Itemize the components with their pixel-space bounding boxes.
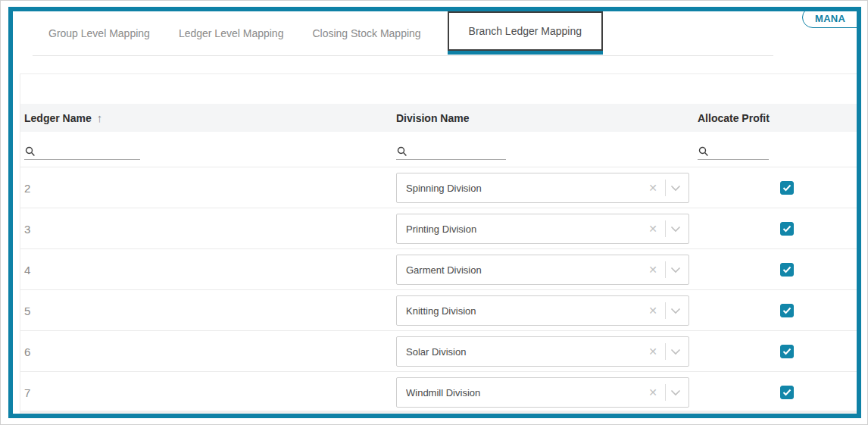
table-row: 2 Spinning Division ✕: [20, 167, 857, 208]
tab-bar: Group Level MappingLedger Level MappingC…: [13, 11, 857, 55]
tab-closing-stock-mapping[interactable]: Closing Stock Mapping: [298, 27, 435, 39]
manage-button[interactable]: MANA: [802, 7, 861, 28]
select-divider: [665, 180, 666, 196]
check-icon: [782, 307, 792, 314]
tab-branch-ledger-mapping[interactable]: Branch Ledger Mapping: [469, 25, 582, 37]
select-divider: [665, 261, 666, 278]
check-icon: [782, 389, 792, 396]
column-header-ledger-name[interactable]: Ledger Name ↑: [24, 104, 102, 132]
chevron-down-icon[interactable]: [670, 267, 681, 273]
division-select-value: Garment Division: [406, 264, 645, 276]
table-row: 4 Garment Division ✕: [20, 248, 857, 289]
clear-icon[interactable]: ✕: [645, 387, 660, 398]
allocate-profit-checkbox[interactable]: [780, 181, 794, 195]
table-header-row: Ledger Name ↑ Division Name Allocate Pro…: [20, 104, 857, 132]
clear-icon[interactable]: ✕: [645, 305, 660, 316]
table-row: 3 Printing Division ✕: [20, 208, 857, 248]
division-select-value: Knitting Division: [406, 305, 645, 317]
mapping-panel: Ledger Name ↑ Division Name Allocate Pro…: [20, 73, 857, 414]
tab-bar-divider: [33, 55, 773, 56]
ledger-name-cell: 6: [24, 331, 30, 372]
ledger-name-cell: 2: [24, 167, 30, 208]
division-name-search: [396, 138, 506, 160]
clear-icon[interactable]: ✕: [645, 183, 660, 193]
table-body: 2 Spinning Division ✕ 3 Printing Divisio…: [20, 167, 857, 413]
check-icon: [782, 348, 792, 355]
division-select-value: Windmill Division: [406, 387, 645, 398]
allocate-profit-checkbox[interactable]: [780, 386, 794, 399]
clear-icon[interactable]: ✕: [645, 346, 660, 357]
division-name-search-input[interactable]: [412, 144, 506, 159]
ledger-name-cell: 3: [24, 208, 30, 249]
clear-icon[interactable]: ✕: [645, 223, 660, 234]
division-select[interactable]: Windmill Division ✕: [396, 377, 689, 408]
allocate-profit-search: [698, 138, 769, 160]
division-select-value: Spinning Division: [406, 183, 645, 194]
table-row: 7 Windmill Division ✕: [20, 371, 857, 412]
allocate-profit-checkbox[interactable]: [780, 263, 794, 277]
division-select[interactable]: Printing Division ✕: [396, 214, 689, 244]
chevron-down-icon[interactable]: [670, 226, 681, 233]
column-header-division-name[interactable]: Division Name: [396, 104, 469, 132]
check-icon: [782, 266, 792, 273]
check-icon: [782, 225, 792, 233]
app-frame: Group Level MappingLedger Level MappingC…: [8, 7, 861, 418]
allocate-profit-search-input[interactable]: [713, 144, 769, 159]
division-select[interactable]: Spinning Division ✕: [396, 173, 689, 203]
division-select-value: Solar Division: [406, 346, 645, 358]
division-select[interactable]: Garment Division ✕: [396, 255, 689, 285]
select-divider: [665, 220, 666, 237]
ledger-name-cell: 5: [24, 290, 30, 331]
sort-ascending-icon[interactable]: ↑: [97, 111, 103, 124]
tab-ledger-level-mapping[interactable]: Ledger Level Mapping: [164, 27, 298, 39]
search-icon: [397, 146, 407, 157]
allocate-profit-checkbox[interactable]: [780, 345, 794, 358]
table-row: 5 Knitting Division ✕: [20, 289, 857, 330]
select-divider: [665, 384, 666, 401]
division-select[interactable]: Solar Division ✕: [396, 336, 689, 367]
search-icon: [25, 146, 36, 157]
screen: Group Level MappingLedger Level MappingC…: [0, 0, 868, 425]
select-divider: [665, 302, 666, 319]
active-tab-box[interactable]: Branch Ledger Mapping: [448, 11, 603, 51]
ledger-name-cell: 7: [24, 372, 30, 413]
ledger-name-search-input[interactable]: [40, 144, 140, 159]
allocate-profit-checkbox[interactable]: [780, 304, 794, 317]
column-label: Allocate Profit: [698, 112, 770, 124]
search-icon: [698, 146, 709, 157]
tab-group-level-mapping[interactable]: Group Level Mapping: [34, 27, 164, 39]
allocate-profit-checkbox[interactable]: [780, 222, 794, 236]
ledger-name-search: [24, 138, 140, 160]
select-divider: [665, 343, 666, 360]
division-select[interactable]: Knitting Division ✕: [396, 295, 689, 326]
chevron-down-icon[interactable]: [670, 185, 681, 192]
table-row: 6 Solar Division ✕: [20, 330, 857, 371]
clear-icon[interactable]: ✕: [645, 264, 660, 275]
horizontal-scrollbar[interactable]: [20, 411, 857, 414]
ledger-name-cell: 4: [24, 249, 30, 290]
column-label: Ledger Name: [24, 112, 92, 124]
column-header-allocate-profit[interactable]: Allocate Profit: [698, 104, 770, 132]
chevron-down-icon[interactable]: [670, 308, 681, 314]
chevron-down-icon[interactable]: [670, 389, 681, 396]
column-label: Division Name: [396, 112, 469, 124]
chevron-down-icon[interactable]: [670, 348, 681, 355]
check-icon: [782, 184, 792, 192]
division-select-value: Printing Division: [406, 223, 645, 235]
